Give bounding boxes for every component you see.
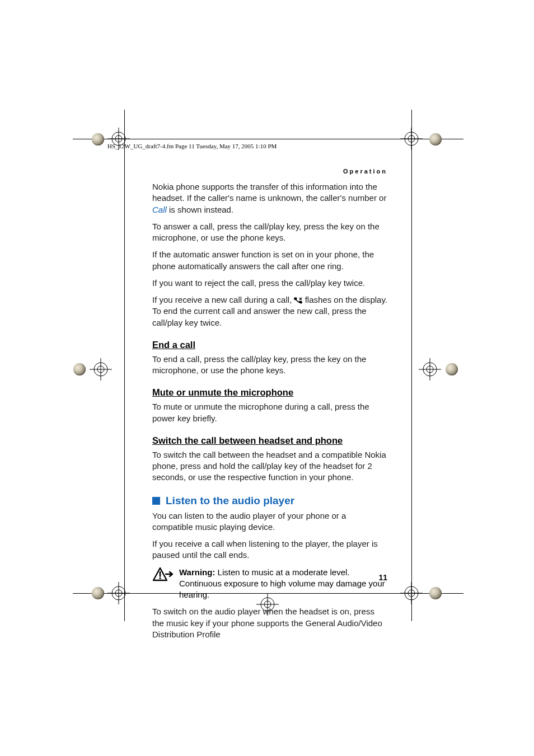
body-text: To switch on the audio player when the h… bbox=[152, 606, 387, 640]
blue-square-icon bbox=[152, 497, 160, 505]
reg-ball-corner bbox=[91, 586, 105, 600]
frame-header: HS_12W_UG_draft7-4.fm Page 11 Tuesday, M… bbox=[107, 143, 277, 149]
section-heading-listen: Listen to the audio player bbox=[152, 495, 387, 507]
reg-crosshair bbox=[400, 128, 423, 150]
subheading-mute: Mute or unmute the microphone bbox=[152, 387, 387, 398]
reg-crosshair bbox=[107, 582, 130, 604]
body-text: If you receive a new call during a call,… bbox=[152, 294, 387, 328]
body-text: To end a call, press the call/play key, … bbox=[152, 354, 387, 377]
body-text: To mute or unmute the microphone during … bbox=[152, 401, 387, 424]
body-text: is shown instead. bbox=[167, 205, 233, 214]
body-text: If you receive a new call during a call, bbox=[152, 295, 294, 304]
body-text: Nokia phone supports the transfer of thi… bbox=[152, 182, 386, 203]
reg-ball-edge bbox=[445, 363, 458, 376]
reg-ball-corner bbox=[429, 586, 442, 600]
page-number: 11 bbox=[152, 573, 387, 582]
warning-icon bbox=[152, 567, 174, 601]
body-text: You can listen to the audio player of yo… bbox=[152, 510, 387, 533]
subheading-switch-call: Switch the call between headset and phon… bbox=[152, 435, 387, 446]
body-text: If you receive a call when listening to … bbox=[152, 538, 387, 561]
reg-crosshair bbox=[419, 358, 441, 381]
body-text: If the automatic answer function is set … bbox=[152, 249, 387, 272]
body-text: Nokia phone supports the transfer of thi… bbox=[152, 181, 387, 215]
warning-block: Warning: Listen to music at a moderate l… bbox=[152, 567, 387, 601]
running-head: Operation bbox=[152, 168, 387, 175]
reg-crosshair bbox=[90, 358, 112, 381]
body-text: To answer a call, press the call/play ke… bbox=[152, 221, 387, 244]
ui-term-call: Call bbox=[152, 205, 167, 214]
reg-line-vert-right bbox=[411, 110, 412, 621]
reg-crosshair bbox=[400, 582, 423, 604]
reg-ball-edge bbox=[73, 363, 86, 376]
handset-icon bbox=[294, 295, 302, 302]
warning-text: Warning: Listen to music at a moderate l… bbox=[179, 567, 387, 601]
body-text: To switch the call between the headset a… bbox=[152, 449, 387, 483]
section-heading-label: Listen to the audio player bbox=[166, 495, 294, 507]
body-text: If you want to reject the call, press th… bbox=[152, 278, 387, 289]
subheading-end-a-call: End a call bbox=[152, 340, 387, 350]
reg-ball-corner bbox=[429, 133, 442, 146]
reg-ball-corner bbox=[91, 133, 105, 146]
reg-line-vert-left bbox=[124, 110, 125, 621]
